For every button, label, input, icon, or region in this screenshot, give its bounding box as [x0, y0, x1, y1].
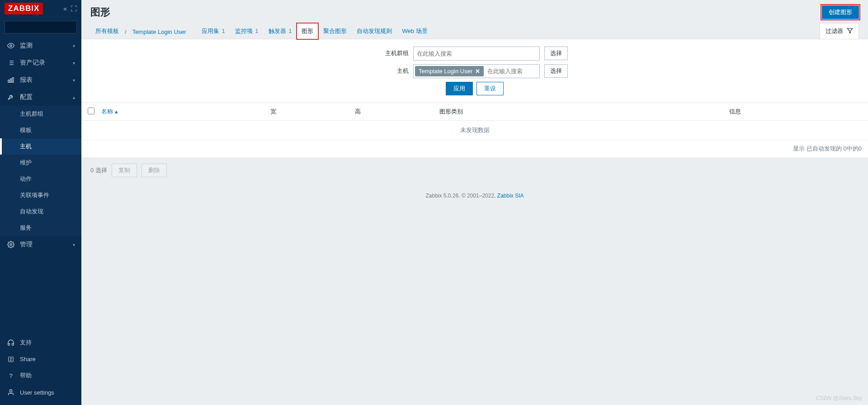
- chevron-up-icon: ▴: [73, 95, 75, 100]
- col-width[interactable]: 宽: [270, 108, 355, 116]
- col-type[interactable]: 图形类别: [439, 108, 609, 116]
- footer-link[interactable]: Zabbix SIA: [497, 193, 524, 199]
- tab-triggers[interactable]: 触发器 1: [264, 23, 297, 39]
- nav-admin[interactable]: 管理 ▾: [0, 236, 81, 253]
- nav: 监测 ▾ 资产记录 ▾ 报表 ▾ 配置 ▴ 主机群组 模板 主机 维护 动作 关…: [0, 37, 81, 334]
- chevron-down-icon: ▾: [73, 242, 75, 247]
- reset-button[interactable]: 重设: [476, 82, 504, 95]
- col-height[interactable]: 高: [355, 108, 439, 116]
- chevron-down-icon: ▾: [73, 61, 75, 66]
- col-name[interactable]: 名称▴: [101, 108, 270, 116]
- nav-help[interactable]: ? 帮助: [0, 367, 81, 384]
- subnav-hosts[interactable]: 主机: [0, 138, 81, 155]
- table-empty: 未发现数据: [81, 121, 868, 140]
- nav-inventory[interactable]: 资产记录 ▾: [0, 54, 81, 71]
- tab-discovery[interactable]: 自动发现规则: [352, 23, 397, 39]
- svg-point-12: [10, 244, 12, 245]
- search-input[interactable]: [9, 24, 85, 31]
- nav-label: 配置: [20, 93, 33, 101]
- svg-rect-9: [8, 80, 9, 82]
- nav-label: 监测: [20, 42, 33, 50]
- nav-label: 管理: [20, 240, 33, 249]
- tab-items[interactable]: 监控项 1: [230, 23, 264, 39]
- filter-label: 过滤器: [826, 27, 843, 35]
- selected-count: 0 选择: [90, 166, 107, 174]
- breadcrumb-template[interactable]: Template Login User: [127, 24, 191, 39]
- nav-label: 支持: [20, 339, 32, 347]
- expand-icon[interactable]: ⛶: [71, 5, 77, 12]
- subnav-maintenance[interactable]: 维护: [0, 155, 81, 171]
- nav-label: Share: [20, 356, 36, 363]
- filter-host-label: 主机: [382, 64, 409, 75]
- sort-asc-icon: ▴: [115, 108, 118, 115]
- nav-user-settings[interactable]: User settings: [0, 384, 81, 400]
- filter-icon: [847, 28, 853, 35]
- watermark: CSDN @Stars.Sky: [816, 395, 862, 401]
- subnav-hostgroups[interactable]: 主机群组: [0, 106, 81, 122]
- svg-text:Z: Z: [10, 357, 12, 361]
- user-icon: [6, 389, 15, 396]
- data-table: 名称▴ 宽 高 图形类别 信息 未发现数据 显示 已自动发现的 0中的0: [81, 103, 868, 157]
- footer: Zabbix 5.0.26. © 2001–2022, Zabbix SIA: [81, 184, 868, 201]
- breadcrumb-all-templates[interactable]: 所有模板: [90, 23, 124, 39]
- tag-remove-icon[interactable]: ✕: [475, 68, 480, 75]
- subnav-templates[interactable]: 模板: [0, 122, 81, 138]
- page-title: 图形: [90, 5, 110, 19]
- nav-support[interactable]: 支持: [0, 334, 81, 351]
- apply-button[interactable]: 应用: [446, 82, 473, 95]
- nav-share[interactable]: Z Share: [0, 351, 81, 367]
- svg-rect-10: [10, 79, 12, 82]
- select-hostgroup-button[interactable]: 选择: [544, 47, 568, 60]
- config-subnav: 主机群组 模板 主机 维护 动作 关联项事件 自动发现 服务: [0, 106, 81, 236]
- filter-panel: 主机群组 选择 主机 Template Login User ✕ 选择 应用 重…: [81, 39, 868, 103]
- breadcrumb-sep: /: [124, 25, 127, 39]
- tabs-nav: 所有模板 / Template Login User 应用集 1 监控项 1 触…: [81, 23, 868, 39]
- filter-host-input[interactable]: Template Login User ✕: [413, 64, 540, 78]
- page-header: 图形 创建图形: [81, 0, 868, 23]
- eye-icon: [6, 42, 15, 49]
- filter-hostgroup-input[interactable]: [413, 47, 540, 61]
- svg-marker-16: [847, 28, 853, 33]
- collapse-icon[interactable]: «: [63, 5, 67, 12]
- nav-label: User settings: [20, 389, 54, 396]
- col-info: 信息: [608, 108, 862, 116]
- tab-screens[interactable]: 聚合图形: [318, 23, 352, 39]
- select-all-checkbox[interactable]: [88, 108, 94, 114]
- host-search[interactable]: [486, 66, 538, 76]
- nav-reports[interactable]: 报表 ▾: [0, 71, 81, 89]
- filter-toggle[interactable]: 过滤器: [820, 23, 859, 39]
- subnav-actions[interactable]: 动作: [0, 171, 81, 187]
- nav-config[interactable]: 配置 ▴: [0, 89, 81, 106]
- tab-graphs[interactable]: 图形: [297, 23, 318, 39]
- chevron-down-icon: ▾: [73, 43, 75, 48]
- host-tag[interactable]: Template Login User ✕: [415, 66, 484, 76]
- hostgroup-search[interactable]: [415, 48, 538, 59]
- headphones-icon: [6, 339, 15, 346]
- subnav-discovery[interactable]: 自动发现: [0, 203, 81, 220]
- tab-web[interactable]: Web 场景: [397, 23, 432, 39]
- list-icon: [6, 59, 15, 66]
- gear-icon: [6, 241, 15, 248]
- logo[interactable]: ZABBIX: [5, 3, 43, 14]
- filter-hostgroup-label: 主机群组: [382, 47, 409, 57]
- subnav-correlation[interactable]: 关联项事件: [0, 187, 81, 203]
- tag-text: Template Login User: [419, 68, 472, 75]
- delete-button[interactable]: 删除: [142, 164, 167, 177]
- chevron-down-icon: ▾: [73, 78, 75, 83]
- subnav-services[interactable]: 服务: [0, 220, 81, 236]
- table-head: 名称▴ 宽 高 图形类别 信息: [81, 103, 868, 121]
- select-host-button[interactable]: 选择: [544, 64, 568, 78]
- bottom-nav: 支持 Z Share ? 帮助 User settings: [0, 334, 81, 405]
- action-bar: 0 选择 复制 删除: [81, 157, 868, 184]
- footer-prefix: Zabbix 5.0.26. © 2001–2022,: [426, 193, 497, 199]
- tab-applications[interactable]: 应用集 1: [197, 23, 230, 39]
- z-icon: Z: [6, 356, 15, 363]
- svg-rect-11: [12, 78, 14, 83]
- copy-button[interactable]: 复制: [112, 164, 137, 177]
- sidebar-header: ZABBIX « ⛶: [0, 0, 81, 17]
- search-box[interactable]: [5, 21, 77, 33]
- bar-chart-icon: [6, 76, 15, 84]
- create-graph-button[interactable]: 创建图形: [822, 5, 859, 19]
- nav-monitoring[interactable]: 监测 ▾: [0, 37, 81, 54]
- svg-point-15: [9, 390, 12, 392]
